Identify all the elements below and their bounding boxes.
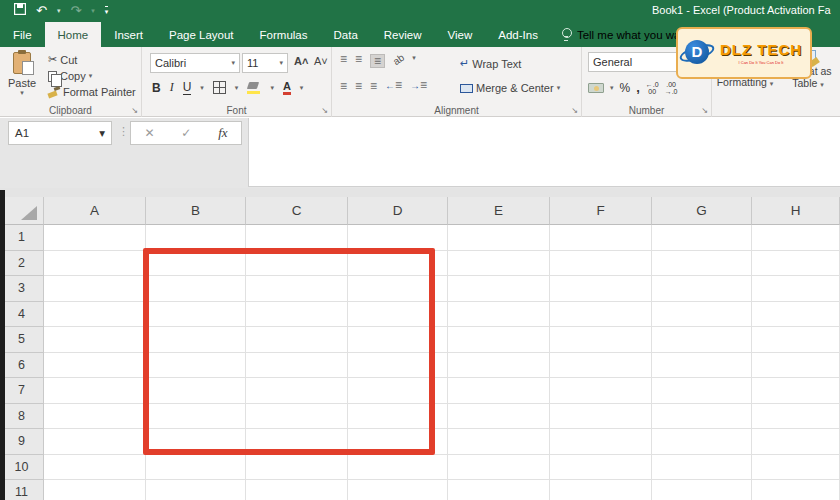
- formula-bar-input[interactable]: [248, 118, 840, 187]
- column-header-F[interactable]: F: [550, 197, 652, 225]
- tab-review[interactable]: Review: [371, 22, 435, 47]
- row-header-10[interactable]: 10: [0, 455, 44, 481]
- cell-B1[interactable]: [146, 225, 246, 251]
- cut-button[interactable]: ✂ Cut: [48, 53, 136, 66]
- column-header-H[interactable]: H: [752, 197, 840, 225]
- cell-A6[interactable]: [44, 353, 146, 379]
- bold-button[interactable]: B: [152, 81, 161, 95]
- cell-A7[interactable]: [44, 378, 146, 404]
- accounting-dropdown-icon[interactable]: ▾: [610, 84, 614, 92]
- cell-D11[interactable]: [348, 480, 448, 500]
- align-center-icon[interactable]: ≡: [355, 81, 362, 91]
- cell-H2[interactable]: [752, 251, 840, 277]
- cell-H6[interactable]: [752, 353, 840, 379]
- cell-G11[interactable]: [652, 480, 752, 500]
- undo-dropdown-icon[interactable]: ▾: [57, 7, 61, 15]
- enter-icon[interactable]: ✓: [181, 126, 191, 140]
- tab-insert[interactable]: Insert: [101, 22, 156, 47]
- row-header-6[interactable]: 6: [0, 353, 44, 379]
- cell-E2[interactable]: [448, 251, 550, 277]
- column-header-G[interactable]: G: [652, 197, 752, 225]
- row-header-8[interactable]: 8: [0, 404, 44, 430]
- cell-A1[interactable]: [44, 225, 146, 251]
- shrink-font-button[interactable]: A˅: [314, 55, 328, 67]
- middle-align-icon[interactable]: ≡: [355, 54, 362, 64]
- column-header-D[interactable]: D: [348, 197, 448, 225]
- row-header-2[interactable]: 2: [0, 251, 44, 277]
- borders-dropdown-icon[interactable]: ▾: [235, 84, 239, 92]
- format-painter-button[interactable]: Format Painter: [48, 86, 136, 98]
- select-all-button[interactable]: [0, 197, 44, 225]
- cell-E6[interactable]: [448, 353, 550, 379]
- cell-G9[interactable]: [652, 429, 752, 455]
- tab-home[interactable]: Home: [45, 22, 102, 47]
- merge-center-button[interactable]: Merge & Center ▾: [460, 82, 560, 94]
- copy-dropdown-icon[interactable]: ▾: [89, 72, 93, 80]
- cell-F3[interactable]: [550, 276, 652, 302]
- clipboard-dialog-launcher-icon[interactable]: ↘: [131, 106, 138, 115]
- cell-A5[interactable]: [44, 327, 146, 353]
- orientation-dropdown-icon[interactable]: ▾: [412, 54, 416, 62]
- font-name-combo[interactable]: Calibri▾: [150, 53, 240, 73]
- tab-file[interactable]: File: [0, 22, 45, 47]
- cell-A10[interactable]: [44, 455, 146, 481]
- copy-button[interactable]: Copy ▾: [48, 70, 136, 82]
- cell-H11[interactable]: [752, 480, 840, 500]
- increase-indent-icon[interactable]: →≡: [410, 80, 427, 91]
- cell-G6[interactable]: [652, 353, 752, 379]
- cell-F6[interactable]: [550, 353, 652, 379]
- tab-add-ins[interactable]: Add-Ins: [485, 22, 551, 47]
- wrap-text-button[interactable]: ↵ Wrap Text: [460, 57, 521, 70]
- font-color-icon[interactable]: A: [283, 81, 291, 95]
- cell-H7[interactable]: [752, 378, 840, 404]
- tell-me-box[interactable]: Tell me what you want: [551, 22, 690, 47]
- decrease-indent-icon[interactable]: ←≡: [385, 80, 402, 91]
- decrease-decimal-button[interactable]: .00→.0: [665, 81, 678, 95]
- cell-F4[interactable]: [550, 302, 652, 328]
- cell-F11[interactable]: [550, 480, 652, 500]
- cell-F10[interactable]: [550, 455, 652, 481]
- row-header-4[interactable]: 4: [0, 302, 44, 328]
- cell-E4[interactable]: [448, 302, 550, 328]
- cell-E10[interactable]: [448, 455, 550, 481]
- cell-F7[interactable]: [550, 378, 652, 404]
- align-right-icon[interactable]: ≡: [370, 81, 377, 91]
- cell-G5[interactable]: [652, 327, 752, 353]
- align-left-icon[interactable]: ≡: [340, 81, 347, 91]
- cell-G4[interactable]: [652, 302, 752, 328]
- cell-H5[interactable]: [752, 327, 840, 353]
- row-header-7[interactable]: 7: [0, 378, 44, 404]
- paste-dropdown-icon[interactable]: ▾: [8, 89, 36, 97]
- merge-center-dropdown-icon[interactable]: ▾: [557, 84, 561, 92]
- cell-F5[interactable]: [550, 327, 652, 353]
- font-size-combo[interactable]: 11▾: [242, 53, 288, 73]
- top-align-icon[interactable]: ≡: [340, 54, 347, 64]
- cell-A8[interactable]: [44, 404, 146, 430]
- save-icon[interactable]: [14, 0, 26, 22]
- row-header-5[interactable]: 5: [0, 327, 44, 353]
- cell-G10[interactable]: [652, 455, 752, 481]
- cell-B10[interactable]: [146, 455, 246, 481]
- column-header-A[interactable]: A: [44, 197, 146, 225]
- italic-button[interactable]: I: [170, 80, 174, 95]
- cell-H8[interactable]: [752, 404, 840, 430]
- cell-D1[interactable]: [348, 225, 448, 251]
- font-dialog-launcher-icon[interactable]: ↘: [321, 106, 328, 115]
- cell-F8[interactable]: [550, 404, 652, 430]
- cell-H10[interactable]: [752, 455, 840, 481]
- tab-data[interactable]: Data: [321, 22, 371, 47]
- cell-E1[interactable]: [448, 225, 550, 251]
- cell-H3[interactable]: [752, 276, 840, 302]
- cell-B11[interactable]: [146, 480, 246, 500]
- cell-E7[interactable]: [448, 378, 550, 404]
- cell-F2[interactable]: [550, 251, 652, 277]
- cell-G8[interactable]: [652, 404, 752, 430]
- formula-bar-resize-handle[interactable]: ⋮: [118, 125, 129, 138]
- cell-E5[interactable]: [448, 327, 550, 353]
- underline-dropdown-icon[interactable]: ▾: [200, 84, 204, 92]
- row-header-9[interactable]: 9: [0, 429, 44, 455]
- cell-G1[interactable]: [652, 225, 752, 251]
- cell-E11[interactable]: [448, 480, 550, 500]
- cell-C10[interactable]: [246, 455, 348, 481]
- cell-A11[interactable]: [44, 480, 146, 500]
